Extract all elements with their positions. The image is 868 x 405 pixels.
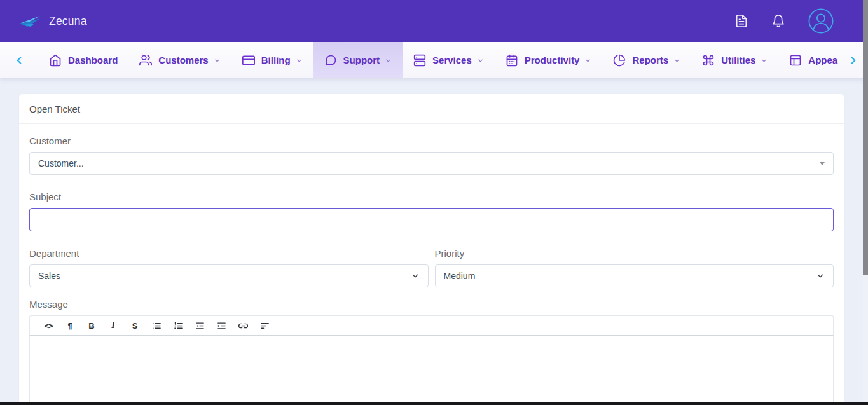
- nav-item-dashboard[interactable]: Dashboard: [38, 42, 128, 78]
- customer-label: Customer: [29, 135, 834, 146]
- chevron-down-icon: [673, 57, 680, 64]
- nav-label: Customers: [158, 55, 208, 65]
- brand-logo-icon: [18, 13, 42, 29]
- chevron-down-icon: [296, 57, 303, 64]
- customer-select-value: Customer...: [38, 158, 84, 168]
- card-title: Open Ticket: [19, 94, 844, 124]
- priority-select-value: Medium: [444, 271, 476, 281]
- bullet-list-button[interactable]: [146, 316, 167, 335]
- nav-item-services[interactable]: Services: [403, 42, 495, 78]
- paragraph-format-button[interactable]: ¶: [59, 316, 81, 335]
- nav-item-reports[interactable]: Reports: [602, 42, 691, 78]
- indent-icon: [217, 321, 226, 331]
- credit-card-icon: [242, 54, 255, 67]
- chevron-down-icon: [411, 271, 420, 280]
- customer-select[interactable]: Customer...: [29, 152, 834, 175]
- layout-icon: [789, 54, 802, 67]
- nav-label: Services: [432, 55, 472, 65]
- italic-button[interactable]: I: [102, 316, 124, 335]
- align-left-icon: [260, 321, 270, 331]
- nav-label: Dashboard: [68, 55, 118, 65]
- home-icon: [49, 54, 62, 67]
- nav-items: Dashboard Customers Billing Suppor: [38, 42, 838, 78]
- nav-label: Reports: [632, 55, 668, 65]
- server-icon: [413, 54, 426, 67]
- ordered-list-icon: [174, 321, 183, 331]
- chevron-down-icon: [214, 57, 221, 64]
- user-avatar[interactable]: [807, 7, 835, 35]
- open-ticket-card: Open Ticket Customer Customer... Subject…: [19, 94, 844, 405]
- outdent-icon: [195, 321, 205, 331]
- indent-button[interactable]: [210, 316, 232, 335]
- subject-label: Subject: [29, 191, 834, 202]
- pie-chart-icon: [613, 54, 626, 67]
- chevron-down-icon: [385, 57, 392, 64]
- nav-item-support[interactable]: Support: [313, 42, 403, 78]
- users-icon: [139, 54, 152, 67]
- chevron-down-icon: [584, 57, 591, 64]
- main-content: Open Ticket Customer Customer... Subject…: [0, 78, 863, 405]
- department-label: Department: [29, 248, 429, 259]
- horizontal-rule-button[interactable]: —: [275, 316, 297, 335]
- nav-item-billing[interactable]: Billing: [231, 42, 313, 78]
- editor-toolbar: <> ¶ B I S: [29, 315, 834, 336]
- brand[interactable]: Zecuna: [18, 13, 87, 29]
- taskbar-edge: [0, 402, 868, 405]
- strikethrough-button[interactable]: S: [124, 316, 146, 335]
- department-select-value: Sales: [38, 271, 60, 281]
- nav-label: Billing: [261, 55, 291, 65]
- subject-input[interactable]: [29, 208, 834, 231]
- chat-bubble-icon: [324, 54, 337, 67]
- documents-icon[interactable]: [733, 13, 750, 29]
- nav-item-appearance[interactable]: Appearance: [778, 42, 838, 78]
- insert-link-button[interactable]: [232, 316, 254, 335]
- nav-label: Support: [343, 55, 380, 65]
- message-input-area[interactable]: [29, 336, 834, 405]
- top-header: Zecuna: [0, 0, 868, 42]
- dropdown-caret-icon: [820, 162, 825, 165]
- message-label: Message: [29, 299, 834, 310]
- priority-label: Priority: [435, 248, 834, 259]
- main-navbar: Dashboard Customers Billing Suppor: [0, 42, 868, 78]
- nav-item-customers[interactable]: Customers: [128, 42, 231, 78]
- chevron-down-icon: [477, 57, 484, 64]
- nav-scroll-left-icon[interactable]: [0, 42, 38, 78]
- scrollbar-thumb[interactable]: [863, 0, 868, 275]
- command-icon: [702, 54, 715, 67]
- nav-item-utilities[interactable]: Utilities: [691, 42, 778, 78]
- nav-label: Utilities: [721, 55, 755, 65]
- bold-button[interactable]: B: [81, 316, 102, 335]
- nav-label: Appearance: [808, 55, 838, 65]
- nav-label: Productivity: [525, 55, 580, 65]
- align-button[interactable]: [254, 316, 275, 335]
- code-view-button[interactable]: <>: [38, 316, 59, 335]
- ordered-list-button[interactable]: [167, 316, 189, 335]
- nav-item-productivity[interactable]: Productivity: [495, 42, 603, 78]
- department-select[interactable]: Sales: [29, 264, 429, 287]
- page-scrollbar[interactable]: [863, 0, 868, 405]
- notifications-bell-icon[interactable]: [770, 13, 787, 29]
- calendar-icon: [506, 54, 518, 67]
- chevron-down-icon: [816, 271, 825, 280]
- outdent-button[interactable]: [189, 316, 210, 335]
- priority-select[interactable]: Medium: [435, 264, 834, 287]
- message-editor: <> ¶ B I S: [29, 315, 834, 405]
- brand-name: Zecuna: [49, 15, 87, 28]
- bullet-list-icon: [152, 321, 162, 331]
- chevron-down-icon: [761, 57, 768, 64]
- link-icon: [238, 321, 248, 331]
